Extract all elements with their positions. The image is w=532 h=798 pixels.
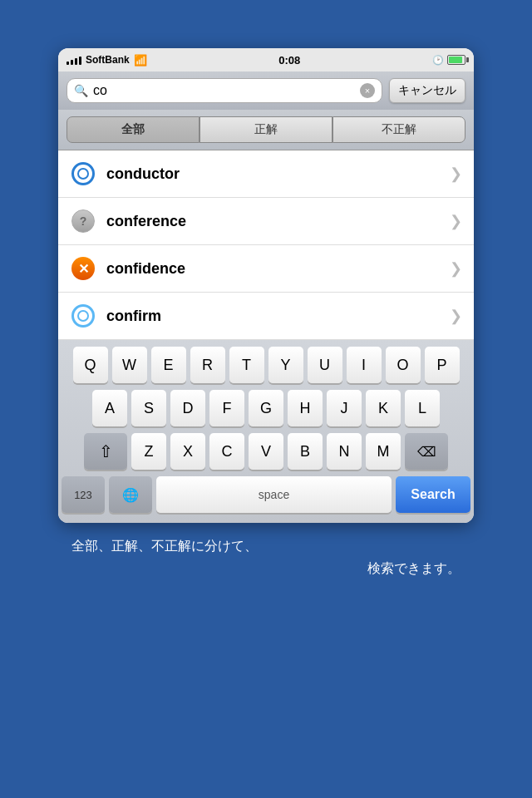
gray-question-icon: ? [71,209,95,233]
key-B[interactable]: B [288,433,323,470]
key-S[interactable]: S [131,390,166,426]
chevron-icon-2: ❯ [450,259,462,278]
result-item-conference[interactable]: ? conference ❯ [58,198,474,245]
result-item-conductor[interactable]: conductor ❯ [58,150,474,198]
globe-key[interactable]: 🌐 [109,476,152,513]
result-word-3: confirm [106,308,440,325]
keyboard-row-3: ⇧ Z X C V B N M ⌫ [62,433,470,470]
search-input[interactable] [93,83,355,98]
segment-correct[interactable]: 正解 [200,116,332,143]
signal-bars [66,55,81,65]
segment-control: 全部 正解 不正解 [58,110,474,150]
result-word-1: conference [106,213,440,230]
result-icon-2: ✕ [70,255,96,282]
key-U[interactable]: U [308,347,342,383]
time-display: 0:08 [278,54,300,66]
chevron-icon-1: ❯ [450,212,462,230]
signal-bar-2 [71,60,73,65]
key-H[interactable]: H [288,390,323,426]
footer-line1: 全部、正解、不正解に分けて、 [71,539,258,553]
key-E[interactable]: E [151,347,186,383]
result-icon-3 [70,303,96,329]
result-item-confirm[interactable]: confirm ❯ [58,293,474,340]
status-right: 🕑 [432,55,466,66]
key-G[interactable]: G [249,390,283,426]
segment-incorrect[interactable]: 不正解 [332,116,466,143]
keyboard: Q W E R T Y U I O P A S D F G H J K [58,340,474,523]
result-icon-0 [70,160,96,187]
status-left: SoftBank 📶 [66,54,147,66]
result-item-confidence[interactable]: ✕ confidence ❯ [58,245,474,293]
key-L[interactable]: L [405,390,440,426]
footer-text: 全部、正解、不正解に分けて、 検索できます。 [58,523,474,591]
search-input-wrapper[interactable]: 🔍 × [66,78,382,103]
orange-x-icon: ✕ [71,257,95,280]
battery-icon [447,55,466,65]
search-bar: 🔍 × キャンセル [58,71,474,110]
result-icon-1: ? [70,208,96,234]
light-blue-circle-icon [71,304,95,328]
key-Y[interactable]: Y [268,347,303,383]
key-K[interactable]: K [366,390,401,426]
results-list: conductor ❯ ? conference ❯ ✕ confidence … [58,150,474,340]
keyboard-row-4: 123 🌐 space Search [62,476,470,513]
phone-container: SoftBank 📶 0:08 🕑 🔍 × キャンセル 全部 [58,48,474,523]
result-word-0: conductor [106,165,440,183]
key-W[interactable]: W [112,347,147,383]
cancel-button[interactable]: キャンセル [389,78,466,103]
key-R[interactable]: R [190,347,225,383]
key-O[interactable]: O [386,347,421,383]
key-V[interactable]: V [249,433,283,470]
battery-fill [449,57,462,63]
space-key[interactable]: space [156,476,392,513]
key-J[interactable]: J [327,390,362,426]
key-T[interactable]: T [229,347,264,383]
key-Q[interactable]: Q [73,347,108,383]
status-bar: SoftBank 📶 0:08 🕑 [58,48,474,71]
chevron-icon-3: ❯ [450,307,462,325]
keyboard-row-2: A S D F G H J K L [62,390,470,426]
wifi-icon: 📶 [134,54,147,66]
key-A[interactable]: A [92,390,127,426]
shift-key[interactable]: ⇧ [84,433,127,470]
number-key[interactable]: 123 [62,476,105,513]
key-Z[interactable]: Z [131,433,166,470]
clear-button[interactable]: × [360,83,375,98]
key-D[interactable]: D [170,390,205,426]
signal-bar-4 [79,57,81,65]
signal-bar-3 [75,58,77,65]
key-N[interactable]: N [327,433,362,470]
key-C[interactable]: C [209,433,244,470]
key-M[interactable]: M [366,433,401,470]
keyboard-row-1: Q W E R T Y U I O P [62,347,470,383]
key-I[interactable]: I [347,347,382,383]
search-key[interactable]: Search [396,476,470,513]
chevron-icon-0: ❯ [450,165,462,183]
footer-line2: 検索できます。 [71,557,461,579]
search-magnifier-icon: 🔍 [74,84,88,97]
carrier-label: SoftBank [86,54,130,66]
result-word-2: confidence [106,260,440,278]
clock-icon: 🕑 [432,55,444,66]
key-P[interactable]: P [425,347,460,383]
segment-all[interactable]: 全部 [66,116,200,143]
signal-bar-1 [66,62,69,65]
delete-key[interactable]: ⌫ [405,433,448,470]
blue-circle-icon [71,162,95,185]
key-F[interactable]: F [209,390,244,426]
key-X[interactable]: X [170,433,205,470]
